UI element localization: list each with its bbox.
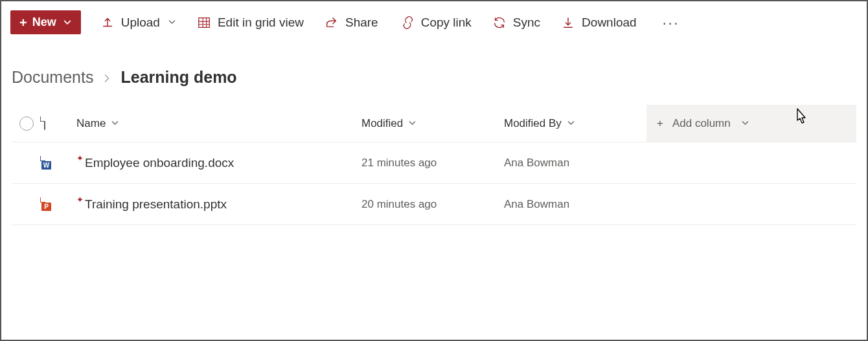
sync-icon [492, 16, 507, 30]
column-header-name[interactable]: Name [76, 117, 361, 130]
modified-by-cell: Ana Bowman [504, 198, 646, 211]
upload-label: Upload [121, 16, 160, 30]
cursor-pointer-icon [792, 107, 811, 133]
document-icon [44, 116, 45, 130]
file-type-cell [44, 157, 76, 170]
edit-grid-view-button[interactable]: Edit in grid view [196, 13, 305, 32]
sync-button[interactable]: Sync [491, 13, 542, 32]
new-button-label: New [32, 16, 56, 29]
chevron-down-icon [168, 18, 176, 27]
select-all-toggle[interactable] [19, 116, 34, 131]
copy-link-button[interactable]: Copy link [398, 13, 473, 32]
column-modified-label: Modified [361, 117, 403, 130]
file-table: Name Modified Modified By + Add column [1, 105, 867, 225]
word-file-icon [44, 156, 45, 170]
column-name-label: Name [76, 117, 106, 130]
download-label: Download [582, 16, 637, 30]
more-actions-button[interactable]: ··· [656, 11, 686, 34]
file-name-link[interactable]: Training presentation.pptx [85, 197, 227, 212]
new-indicator-icon: ✦ [76, 153, 84, 163]
grid-icon [197, 16, 211, 30]
file-name-link[interactable]: Employee onboarding.docx [85, 156, 234, 170]
new-button[interactable]: + New [10, 10, 81, 34]
file-name-cell: ✦ Training presentation.pptx [76, 197, 361, 212]
edit-grid-label: Edit in grid view [218, 16, 304, 30]
modified-cell: 21 minutes ago [361, 157, 504, 170]
chevron-right-icon [102, 68, 111, 87]
add-column-button[interactable]: + Add column [646, 105, 856, 142]
column-modified-by-label: Modified By [504, 117, 562, 130]
powerpoint-file-icon [44, 197, 45, 211]
chevron-down-icon [741, 119, 749, 127]
file-name-cell: ✦ Employee onboarding.docx [76, 156, 361, 170]
modified-cell: 20 minutes ago [361, 198, 504, 211]
table-row[interactable]: ✦ Employee onboarding.docx 21 minutes ag… [12, 142, 856, 184]
add-column-label: Add column [672, 117, 731, 130]
column-header-modified-by[interactable]: Modified By [504, 117, 646, 130]
upload-button[interactable]: Upload [99, 13, 177, 32]
select-all-cell [12, 116, 44, 131]
share-button[interactable]: Share [323, 13, 380, 32]
download-button[interactable]: Download [560, 13, 638, 32]
svg-rect-0 [199, 17, 210, 27]
sync-label: Sync [513, 16, 540, 30]
download-icon [561, 16, 575, 30]
plus-icon: + [19, 16, 27, 29]
chevron-down-icon [567, 119, 575, 127]
file-type-cell [44, 198, 76, 211]
share-label: Share [345, 16, 378, 30]
upload-icon [100, 16, 115, 30]
table-row[interactable]: ✦ Training presentation.pptx 20 minutes … [12, 184, 856, 225]
breadcrumb-root[interactable]: Documents [12, 68, 93, 87]
column-header-modified[interactable]: Modified [361, 117, 504, 130]
file-type-header[interactable] [44, 117, 76, 130]
chevron-down-icon [63, 18, 72, 27]
plus-icon: + [657, 117, 663, 130]
new-indicator-icon: ✦ [76, 195, 84, 204]
modified-by-cell: Ana Bowman [504, 157, 646, 170]
chevron-down-icon [111, 119, 119, 127]
share-icon [325, 16, 339, 30]
breadcrumb: Documents Learning demo [1, 43, 867, 105]
table-header: Name Modified Modified By + Add column [12, 105, 856, 142]
breadcrumb-current: Learning demo [120, 68, 236, 87]
chevron-down-icon [408, 119, 417, 127]
copy-link-label: Copy link [421, 16, 472, 30]
command-bar: + New Upload Edit in grid view Share Cop… [1, 1, 867, 43]
link-icon [399, 16, 415, 30]
